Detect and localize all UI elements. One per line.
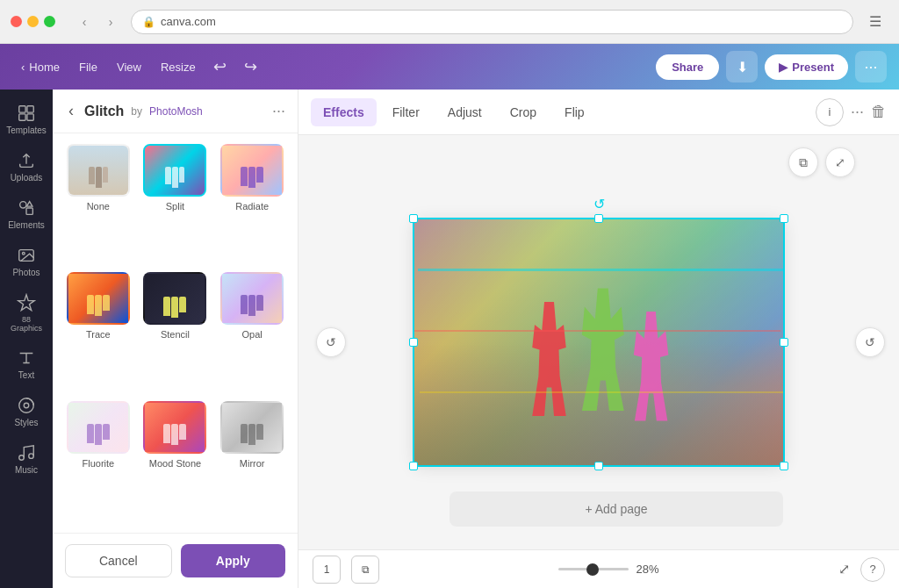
effect-none[interactable]: None	[63, 144, 133, 265]
sidebar-item-templates[interactable]: Templates	[4, 97, 49, 142]
copy-button[interactable]: ⧉	[788, 147, 818, 177]
canvas-artwork	[414, 219, 783, 465]
zoom-level: 28%	[636, 563, 658, 576]
help-button[interactable]: ?	[860, 557, 885, 582]
sidebar-item-elements[interactable]: Elements	[4, 191, 49, 237]
forward-nav-button[interactable]: ›	[99, 11, 122, 33]
download-button[interactable]: ⬇	[726, 51, 758, 82]
more-icon: ···	[864, 58, 877, 76]
stf3	[179, 297, 186, 312]
share-button[interactable]: Share	[656, 54, 719, 80]
figure1	[89, 167, 95, 184]
panel-back-button[interactable]: ‹	[65, 100, 77, 122]
rotate-left-button[interactable]: ↺	[316, 327, 346, 357]
app-bar: ‹ Home File View Resize ↩ ↪ Share ⬇ ▶ Pr…	[0, 44, 899, 90]
minimize-button[interactable]	[27, 16, 39, 27]
canvas-rotate-button[interactable]: ↺	[855, 327, 885, 357]
sidebar-item-graphics[interactable]: 88 Graphics	[4, 286, 49, 340]
effect-radiate[interactable]: Radiate	[217, 144, 287, 265]
zoom-handle[interactable]	[586, 563, 599, 576]
home-button[interactable]: ‹ Home	[12, 55, 68, 79]
effect-stencil[interactable]: Stencil	[140, 272, 211, 393]
thumb-fluorite-figs	[87, 424, 110, 445]
traffic-lights	[11, 16, 55, 27]
file-label: File	[79, 61, 97, 74]
maximize-button[interactable]	[44, 16, 55, 27]
view-label: View	[117, 61, 141, 74]
sidebar-item-text[interactable]: Text	[4, 341, 49, 387]
present-button[interactable]: ▶ Present	[765, 54, 848, 80]
appbar-more-button[interactable]: ···	[855, 51, 887, 82]
svg-point-7	[22, 252, 25, 255]
sidebar-item-music[interactable]: Music	[4, 436, 49, 482]
panel-more-button[interactable]: ···	[272, 102, 285, 120]
effect-moodstone[interactable]: Mood Stone	[140, 401, 211, 522]
sidebar-item-photos[interactable]: Photos	[4, 239, 49, 284]
thumb-none-people	[68, 146, 128, 195]
present-label: Present	[792, 61, 834, 74]
undo-button[interactable]: ↩	[206, 54, 234, 80]
pages-icon: ⧉	[362, 563, 370, 576]
rotation-handle[interactable]: ↺	[586, 195, 612, 212]
add-page-button[interactable]: + Add page	[450, 491, 783, 527]
sidebar: Templates Uploads Elements Photos	[0, 90, 53, 588]
sidebar-item-uploads[interactable]: Uploads	[4, 144, 49, 190]
glitch-line-3	[420, 391, 783, 393]
address-bar[interactable]: 🔒 canva.com	[131, 10, 853, 34]
browser-menu-button[interactable]: ☰	[862, 9, 888, 35]
svg-rect-2	[19, 114, 25, 120]
fullscreen-button[interactable]: ⤢	[838, 561, 850, 577]
effect-mirror-label: Mirror	[240, 458, 265, 469]
page-number-button[interactable]: 1	[313, 556, 341, 584]
thumb-opal-figs	[241, 295, 263, 316]
templates-icon	[17, 104, 36, 123]
close-button[interactable]	[11, 16, 22, 27]
redo-button[interactable]: ↪	[237, 54, 264, 80]
expand-button[interactable]: ⤢	[825, 147, 855, 177]
figure3	[103, 167, 108, 183]
tab-flip[interactable]: Flip	[552, 98, 597, 126]
main-layout: Templates Uploads Elements Photos	[0, 90, 899, 588]
text-label: Text	[18, 370, 34, 380]
page-number: 1	[324, 563, 330, 576]
home-label: Home	[29, 61, 60, 74]
tab-crop[interactable]: Crop	[498, 98, 549, 126]
toolbar-right-actions: i ··· 🗑	[816, 98, 887, 126]
pages-overview-button[interactable]: ⧉	[351, 556, 379, 584]
tab-filter[interactable]: Filter	[380, 98, 432, 126]
music-label: Music	[15, 465, 38, 475]
effect-mirror[interactable]: Mirror	[217, 401, 287, 522]
effect-fluorite[interactable]: Fluorite	[63, 401, 133, 522]
back-nav-button[interactable]: ‹	[73, 11, 96, 33]
effect-trace[interactable]: Trace	[63, 272, 133, 393]
tab-effects[interactable]: Effects	[311, 98, 377, 126]
tab-adjust[interactable]: Adjust	[435, 98, 494, 126]
svg-point-11	[29, 454, 34, 459]
panel-author[interactable]: PhotoMosh	[149, 105, 203, 118]
mf2	[171, 424, 178, 445]
browser-chrome: ‹ › 🔒 canva.com ☰	[0, 0, 899, 44]
effect-opal[interactable]: Opal	[217, 272, 287, 393]
nav-buttons: ‹ ›	[73, 11, 122, 33]
thumb-moodstone-figs	[163, 424, 186, 445]
info-button[interactable]: i	[816, 98, 844, 126]
effect-moodstone-label: Mood Stone	[149, 458, 201, 469]
view-menu-button[interactable]: View	[108, 55, 150, 79]
zoom-slider-area: 28%	[390, 563, 828, 576]
thumb-figures	[89, 167, 108, 188]
cancel-button[interactable]: Cancel	[65, 544, 172, 577]
uploads-icon	[17, 151, 36, 170]
graphics-label: 88 Graphics	[7, 315, 46, 333]
elements-label: Elements	[8, 220, 45, 230]
effect-split[interactable]: Split	[140, 144, 211, 265]
delete-button[interactable]: 🗑	[871, 103, 887, 121]
toolbar-more-button[interactable]: ···	[851, 103, 864, 121]
ff3	[103, 424, 110, 440]
svg-rect-1	[27, 106, 33, 112]
canvas-top-tools: ⧉ ⤢	[788, 147, 855, 177]
resize-menu-button[interactable]: Resize	[152, 55, 205, 79]
sidebar-item-styles[interactable]: Styles	[4, 389, 49, 434]
apply-button[interactable]: Apply	[181, 544, 286, 577]
file-menu-button[interactable]: File	[70, 55, 106, 79]
panel-footer: Cancel Apply	[53, 533, 298, 588]
